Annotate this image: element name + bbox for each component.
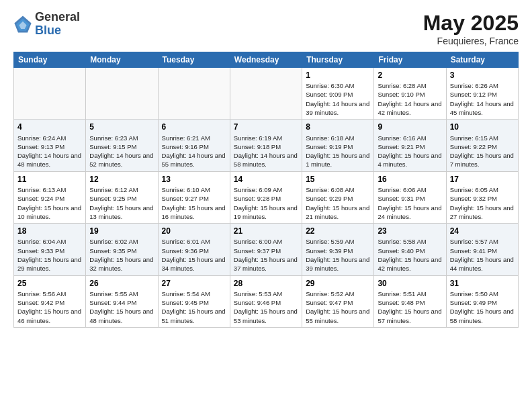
calendar-cell-w3-d2: 12Sunrise: 6:12 AM Sunset: 9:25 PM Dayli… (86, 171, 158, 223)
calendar-week-3: 11Sunrise: 6:13 AM Sunset: 9:24 PM Dayli… (14, 171, 519, 223)
header: General Blue May 2025 Feuquieres, France (13, 11, 519, 46)
day-number: 6 (162, 122, 226, 132)
day-info: Sunrise: 6:06 AM Sunset: 9:31 PM Dayligh… (378, 185, 442, 221)
day-info: Sunrise: 6:10 AM Sunset: 9:27 PM Dayligh… (162, 185, 226, 221)
day-number: 26 (89, 278, 154, 289)
day-info: Sunrise: 6:01 AM Sunset: 9:36 PM Dayligh… (162, 237, 226, 273)
calendar-cell-w4-d4: 21Sunrise: 6:00 AM Sunset: 9:37 PM Dayli… (230, 224, 302, 275)
calendar-week-4: 18Sunrise: 6:04 AM Sunset: 9:33 PM Dayli… (14, 224, 519, 275)
page: General Blue May 2025 Feuquieres, France… (0, 0, 532, 411)
calendar-header: Sunday Monday Tuesday Wednesday Thursday… (14, 52, 519, 68)
calendar-cell-w2-d2: 5Sunrise: 6:23 AM Sunset: 9:15 PM Daylig… (86, 120, 158, 171)
calendar-cell-w1-d3 (158, 68, 230, 120)
day-number: 25 (17, 278, 82, 289)
calendar-cell-w2-d1: 4Sunrise: 6:24 AM Sunset: 9:13 PM Daylig… (14, 120, 86, 171)
calendar-cell-w1-d5: 1Sunrise: 6:30 AM Sunset: 9:09 PM Daylig… (302, 68, 374, 120)
calendar-title: May 2025 (423, 11, 519, 36)
header-friday: Friday (374, 52, 446, 68)
day-number: 20 (162, 226, 226, 236)
calendar-cell-w1-d4 (230, 68, 302, 120)
day-info: Sunrise: 5:54 AM Sunset: 9:45 PM Dayligh… (162, 289, 226, 325)
day-info: Sunrise: 5:51 AM Sunset: 9:48 PM Dayligh… (378, 289, 442, 325)
calendar-cell-w5-d1: 25Sunrise: 5:56 AM Sunset: 9:42 PM Dayli… (14, 275, 86, 327)
day-number: 11 (17, 174, 82, 185)
logo-general-text: General (35, 11, 80, 24)
calendar-cell-w4-d3: 20Sunrise: 6:01 AM Sunset: 9:36 PM Dayli… (158, 224, 230, 275)
day-info: Sunrise: 6:09 AM Sunset: 9:28 PM Dayligh… (234, 185, 298, 221)
day-number: 31 (450, 278, 515, 289)
day-info: Sunrise: 5:56 AM Sunset: 9:42 PM Dayligh… (17, 289, 82, 325)
day-number: 1 (306, 70, 370, 81)
day-number: 4 (17, 122, 82, 132)
day-number: 12 (89, 174, 154, 185)
day-number: 29 (306, 278, 370, 289)
day-number: 16 (378, 174, 442, 185)
header-tuesday: Tuesday (158, 52, 230, 68)
day-number: 27 (162, 278, 226, 289)
day-info: Sunrise: 6:24 AM Sunset: 9:13 PM Dayligh… (17, 134, 82, 169)
day-info: Sunrise: 5:52 AM Sunset: 9:47 PM Dayligh… (306, 289, 370, 325)
day-number: 2 (378, 70, 442, 81)
day-info: Sunrise: 6:16 AM Sunset: 9:21 PM Dayligh… (378, 134, 442, 169)
calendar-cell-w4-d1: 18Sunrise: 6:04 AM Sunset: 9:33 PM Dayli… (14, 224, 86, 275)
day-info: Sunrise: 6:13 AM Sunset: 9:24 PM Dayligh… (17, 185, 82, 221)
header-monday: Monday (86, 52, 158, 68)
header-sunday: Sunday (14, 52, 86, 68)
calendar-week-2: 4Sunrise: 6:24 AM Sunset: 9:13 PM Daylig… (14, 120, 519, 171)
day-info: Sunrise: 6:12 AM Sunset: 9:25 PM Dayligh… (89, 185, 154, 221)
calendar-cell-w2-d5: 8Sunrise: 6:18 AM Sunset: 9:19 PM Daylig… (302, 120, 374, 171)
calendar-cell-w5-d3: 27Sunrise: 5:54 AM Sunset: 9:45 PM Dayli… (158, 275, 230, 327)
logo-text: General Blue (35, 11, 80, 38)
day-info: Sunrise: 6:00 AM Sunset: 9:37 PM Dayligh… (234, 237, 298, 273)
day-number: 15 (306, 174, 370, 185)
day-number: 9 (378, 122, 442, 132)
day-number: 5 (89, 122, 154, 132)
day-number: 10 (450, 122, 515, 132)
day-info: Sunrise: 5:50 AM Sunset: 9:49 PM Dayligh… (450, 289, 515, 325)
header-saturday: Saturday (446, 52, 518, 68)
day-info: Sunrise: 6:21 AM Sunset: 9:16 PM Dayligh… (162, 134, 226, 169)
calendar-cell-w1-d2 (86, 68, 158, 120)
header-row: Sunday Monday Tuesday Wednesday Thursday… (14, 52, 519, 68)
calendar-cell-w4-d6: 23Sunrise: 5:58 AM Sunset: 9:40 PM Dayli… (374, 224, 446, 275)
calendar-subtitle: Feuquieres, France (423, 36, 519, 46)
day-info: Sunrise: 6:02 AM Sunset: 9:35 PM Dayligh… (89, 237, 154, 273)
title-block: May 2025 Feuquieres, France (423, 11, 519, 46)
day-number: 8 (306, 122, 370, 132)
calendar-cell-w2-d7: 10Sunrise: 6:15 AM Sunset: 9:22 PM Dayli… (446, 120, 518, 171)
calendar-week-1: 1Sunrise: 6:30 AM Sunset: 9:09 PM Daylig… (14, 68, 519, 120)
logo-icon (13, 15, 32, 34)
day-number: 17 (450, 174, 515, 185)
calendar-week-5: 25Sunrise: 5:56 AM Sunset: 9:42 PM Dayli… (14, 275, 519, 327)
calendar-cell-w3-d3: 13Sunrise: 6:10 AM Sunset: 9:27 PM Dayli… (158, 171, 230, 223)
day-info: Sunrise: 6:18 AM Sunset: 9:19 PM Dayligh… (306, 134, 370, 169)
calendar-cell-w5-d7: 31Sunrise: 5:50 AM Sunset: 9:49 PM Dayli… (446, 275, 518, 327)
day-info: Sunrise: 6:28 AM Sunset: 9:10 PM Dayligh… (378, 81, 442, 117)
calendar-cell-w3-d1: 11Sunrise: 6:13 AM Sunset: 9:24 PM Dayli… (14, 171, 86, 223)
day-number: 7 (234, 122, 298, 132)
day-info: Sunrise: 6:15 AM Sunset: 9:22 PM Dayligh… (450, 134, 515, 169)
day-info: Sunrise: 5:55 AM Sunset: 9:44 PM Dayligh… (89, 289, 154, 325)
day-number: 3 (450, 70, 515, 81)
day-number: 21 (234, 226, 298, 236)
calendar-cell-w3-d5: 15Sunrise: 6:08 AM Sunset: 9:29 PM Dayli… (302, 171, 374, 223)
calendar-cell-w4-d2: 19Sunrise: 6:02 AM Sunset: 9:35 PM Dayli… (86, 224, 158, 275)
calendar-cell-w5-d6: 30Sunrise: 5:51 AM Sunset: 9:48 PM Dayli… (374, 275, 446, 327)
day-number: 30 (378, 278, 442, 289)
day-number: 23 (378, 226, 442, 236)
calendar-cell-w4-d7: 24Sunrise: 5:57 AM Sunset: 9:41 PM Dayli… (446, 224, 518, 275)
day-info: Sunrise: 5:59 AM Sunset: 9:39 PM Dayligh… (306, 237, 370, 273)
calendar-table: Sunday Monday Tuesday Wednesday Thursday… (13, 52, 519, 328)
day-number: 13 (162, 174, 226, 185)
header-thursday: Thursday (302, 52, 374, 68)
day-number: 28 (234, 278, 298, 289)
day-info: Sunrise: 5:53 AM Sunset: 9:46 PM Dayligh… (234, 289, 298, 325)
calendar-body: 1Sunrise: 6:30 AM Sunset: 9:09 PM Daylig… (14, 68, 519, 328)
header-wednesday: Wednesday (230, 52, 302, 68)
day-number: 18 (17, 226, 82, 236)
calendar-cell-w4-d5: 22Sunrise: 5:59 AM Sunset: 9:39 PM Dayli… (302, 224, 374, 275)
day-number: 14 (234, 174, 298, 185)
day-number: 19 (89, 226, 154, 236)
day-info: Sunrise: 5:58 AM Sunset: 9:40 PM Dayligh… (378, 237, 442, 273)
day-number: 24 (450, 226, 515, 236)
